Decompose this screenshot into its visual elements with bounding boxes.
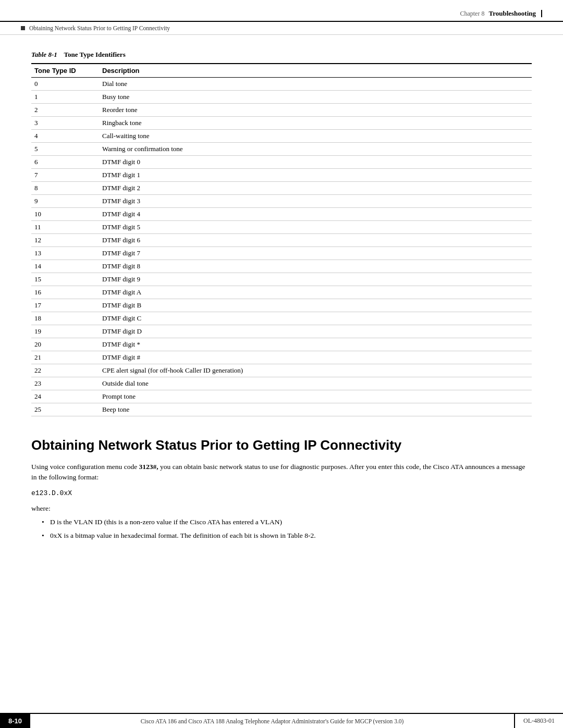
table-row: 12DTMF digit 6 xyxy=(31,234,532,247)
cell-id: 11 xyxy=(31,221,99,234)
cell-description: DTMF digit 8 xyxy=(99,260,532,273)
chapter-label: Chapter 8 xyxy=(460,10,484,18)
table-row: 16DTMF digit A xyxy=(31,286,532,299)
cell-id: 20 xyxy=(31,338,99,351)
table-row: 3Ringback tone xyxy=(31,117,532,130)
bullet-item: 0xX is a bitmap value in hexadecimal for… xyxy=(42,530,532,541)
table-caption-label: Table 8-1 xyxy=(31,51,57,58)
cell-description: Ringback tone xyxy=(99,117,532,130)
table-row: 9DTMF digit 3 xyxy=(31,195,532,208)
table-row: 11DTMF digit 5 xyxy=(31,221,532,234)
where-label: where: xyxy=(31,504,532,513)
cell-description: DTMF digit 7 xyxy=(99,247,532,260)
cell-id: 14 xyxy=(31,260,99,273)
table-row: 25Beep tone xyxy=(31,403,532,416)
cell-id: 15 xyxy=(31,273,99,286)
cell-description: DTMF digit D xyxy=(99,325,532,338)
table-row: 24Prompt tone xyxy=(31,390,532,403)
footer-right-text: OL-4803-01 xyxy=(514,714,563,728)
cell-id: 7 xyxy=(31,169,99,182)
col-header-id: Tone Type ID xyxy=(31,64,99,78)
code-block: e123.D.0xX xyxy=(31,489,532,497)
cell-description: DTMF digit 5 xyxy=(99,221,532,234)
table-row: 10DTMF digit 4 xyxy=(31,208,532,221)
page-header: Chapter 8 Troubleshooting xyxy=(0,0,563,22)
cell-description: DTMF digit B xyxy=(99,299,532,312)
cell-description: DTMF digit 1 xyxy=(99,169,532,182)
table-row: 22CPE alert signal (for off-hook Caller … xyxy=(31,364,532,377)
col-header-desc: Description xyxy=(99,64,532,78)
cell-description: Outside dial tone xyxy=(99,377,532,390)
cell-id: 17 xyxy=(31,299,99,312)
body-code: 3123#, xyxy=(139,463,158,471)
cell-description: DTMF digit 9 xyxy=(99,273,532,286)
table-row: 2Reorder tone xyxy=(31,104,532,117)
body-prefix: Using voice configuration menu code xyxy=(31,463,139,471)
cell-id: 13 xyxy=(31,247,99,260)
table-row: 20DTMF digit * xyxy=(31,338,532,351)
cell-description: CPE alert signal (for off-hook Caller ID… xyxy=(99,364,532,377)
cell-id: 1 xyxy=(31,91,99,104)
cell-description: Busy tone xyxy=(99,91,532,104)
cell-id: 4 xyxy=(31,130,99,143)
table-row: 17DTMF digit B xyxy=(31,299,532,312)
cell-description: Call-waiting tone xyxy=(99,130,532,143)
cell-id: 10 xyxy=(31,208,99,221)
table-row: 6DTMF digit 0 xyxy=(31,156,532,169)
cell-description: DTMF digit 2 xyxy=(99,182,532,195)
cell-id: 5 xyxy=(31,143,99,156)
cell-id: 2 xyxy=(31,104,99,117)
bullet-item: D is the VLAN ID (this is a non-zero val… xyxy=(42,517,532,527)
cell-description: Warning or confirmation tone xyxy=(99,143,532,156)
cell-id: 6 xyxy=(31,156,99,169)
cell-id: 16 xyxy=(31,286,99,299)
table-row: 8DTMF digit 2 xyxy=(31,182,532,195)
table-row: 13DTMF digit 7 xyxy=(31,247,532,260)
cell-id: 12 xyxy=(31,234,99,247)
tone-type-table: Tone Type ID Description 0Dial tone1Busy… xyxy=(31,63,532,416)
cell-description: DTMF digit 3 xyxy=(99,195,532,208)
main-content: Table 8-1 Tone Type Identifiers Tone Typ… xyxy=(0,35,563,564)
cell-description: Dial tone xyxy=(99,78,532,91)
footer-center-text: Cisco ATA 186 and Cisco ATA 188 Analog T… xyxy=(30,714,514,728)
cell-id: 8 xyxy=(31,182,99,195)
cell-id: 22 xyxy=(31,364,99,377)
cell-id: 25 xyxy=(31,403,99,416)
cell-id: 21 xyxy=(31,351,99,364)
table-row: 19DTMF digit D xyxy=(31,325,532,338)
table-row: 4Call-waiting tone xyxy=(31,130,532,143)
table-row: 0Dial tone xyxy=(31,78,532,91)
table-row: 5Warning or confirmation tone xyxy=(31,143,532,156)
cell-description: DTMF digit # xyxy=(99,351,532,364)
footer-page-num: 8-10 xyxy=(0,714,30,728)
breadcrumb-icon xyxy=(21,26,25,30)
cell-description: DTMF digit C xyxy=(99,312,532,325)
table-caption-title: Tone Type Identifiers xyxy=(64,51,125,58)
section-body: Using voice configuration menu code 3123… xyxy=(31,462,532,483)
table-row: 1Busy tone xyxy=(31,91,532,104)
cell-description: DTMF digit A xyxy=(99,286,532,299)
breadcrumb-text: Obtaining Network Status Prior to Gettin… xyxy=(29,25,170,31)
cell-id: 3 xyxy=(31,117,99,130)
cell-id: 23 xyxy=(31,377,99,390)
header-title: Troubleshooting xyxy=(488,9,536,18)
table-row: 23Outside dial tone xyxy=(31,377,532,390)
cell-id: 0 xyxy=(31,78,99,91)
bullet-list: D is the VLAN ID (this is a non-zero val… xyxy=(31,517,532,541)
table-header-row: Tone Type ID Description xyxy=(31,64,532,78)
cell-description: Prompt tone xyxy=(99,390,532,403)
cell-description: DTMF digit 0 xyxy=(99,156,532,169)
page-footer: 8-10 Cisco ATA 186 and Cisco ATA 188 Ana… xyxy=(0,713,563,728)
table-row: 15DTMF digit 9 xyxy=(31,273,532,286)
cell-id: 9 xyxy=(31,195,99,208)
table-row: 18DTMF digit C xyxy=(31,312,532,325)
table-row: 7DTMF digit 1 xyxy=(31,169,532,182)
cell-id: 18 xyxy=(31,312,99,325)
header-divider xyxy=(541,10,542,17)
cell-description: DTMF digit 6 xyxy=(99,234,532,247)
cell-id: 19 xyxy=(31,325,99,338)
breadcrumb: Obtaining Network Status Prior to Gettin… xyxy=(0,22,563,35)
cell-id: 24 xyxy=(31,390,99,403)
table-row: 14DTMF digit 8 xyxy=(31,260,532,273)
table-caption: Table 8-1 Tone Type Identifiers xyxy=(31,51,532,59)
